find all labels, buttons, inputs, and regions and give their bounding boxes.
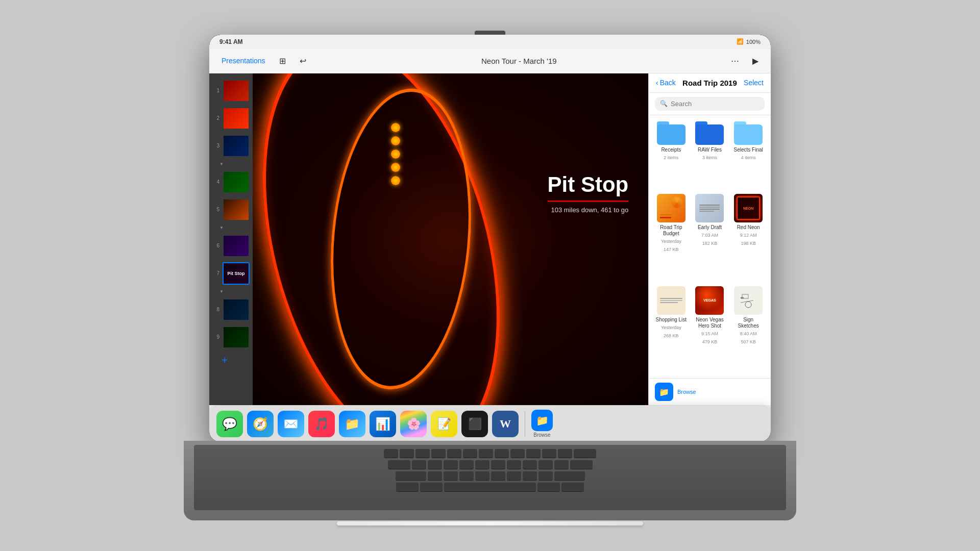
file-shopping-list[interactable]: Shopping List Yesterday 268 KB (655, 286, 688, 372)
key[interactable] (554, 471, 585, 481)
key[interactable] (523, 471, 537, 481)
battery-text: 100% (746, 39, 761, 45)
browse-label[interactable]: Browse (677, 389, 696, 395)
play-icon[interactable]: ▶ (748, 54, 763, 68)
main-slide-canvas[interactable]: Pit Stop 103 miles down, 461 to go (253, 73, 648, 405)
bulb-4 (391, 163, 400, 172)
word-app-icon[interactable]: W (492, 411, 519, 437)
file-thumbnail: VEGAS (695, 286, 724, 315)
key[interactable] (538, 471, 553, 481)
keynote-icon-symbol: 📊 (375, 417, 390, 431)
key[interactable] (396, 471, 426, 481)
key[interactable] (400, 449, 414, 458)
key[interactable] (388, 460, 410, 469)
mail-app-icon[interactable]: ✉️ (278, 411, 304, 437)
key[interactable] (491, 471, 505, 481)
key[interactable] (479, 449, 493, 458)
key[interactable] (444, 471, 458, 481)
thumb-preview (224, 199, 249, 220)
files-back-button[interactable]: ‹ Back (656, 79, 676, 87)
keynote-app-icon[interactable]: 📊 (370, 411, 396, 437)
safari-icon-symbol: 🧭 (253, 417, 268, 431)
more-options-icon[interactable]: ⋯ (728, 54, 742, 68)
search-input[interactable] (671, 100, 760, 108)
slide-thumbnail (223, 326, 250, 348)
key[interactable] (428, 460, 442, 469)
key[interactable] (384, 449, 398, 458)
slide-red-divider (548, 201, 629, 202)
key[interactable] (558, 449, 572, 458)
key[interactable] (396, 483, 419, 492)
messages-icon-symbol: 💬 (222, 417, 237, 431)
slide-item-1[interactable]: 1 (209, 78, 253, 104)
slide-item-8[interactable]: 8 (209, 296, 253, 323)
file-thumbnail (695, 194, 724, 222)
space-key[interactable] (444, 483, 536, 492)
key[interactable] (475, 471, 489, 481)
files-app-icon[interactable]: 📁 (339, 411, 365, 437)
key[interactable] (447, 449, 461, 458)
undo-icon[interactable]: ↩ (296, 54, 310, 68)
key[interactable] (463, 449, 477, 458)
key[interactable] (554, 460, 569, 469)
section-marker: ▼ (209, 224, 253, 232)
files-grid: Receipts 2 items RAW Files 3 items (649, 115, 771, 378)
key[interactable] (538, 460, 553, 469)
key[interactable] (537, 483, 560, 492)
key[interactable] (444, 460, 458, 469)
add-slide-button[interactable]: + (209, 352, 240, 369)
dock-browse-item[interactable]: 📁 Browse (531, 410, 553, 438)
slide-item-9[interactable]: 9 (209, 324, 253, 350)
key[interactable] (420, 483, 443, 492)
files-panel-title: Road Trip 2019 (680, 79, 740, 87)
key[interactable] (510, 449, 525, 458)
files-select-button[interactable]: Select (744, 79, 764, 87)
folder-count: 2 items (664, 155, 678, 161)
file-early-draft[interactable]: Early Draft 7:03 AM 182 KB (694, 194, 726, 280)
key[interactable] (574, 449, 596, 458)
key[interactable] (523, 460, 537, 469)
file-road-trip-budget[interactable]: Road Trip Budget Yesterday 147 KB (655, 194, 688, 280)
key[interactable] (542, 449, 556, 458)
key[interactable] (526, 449, 541, 458)
folder-raw-files[interactable]: RAW Files 3 items (694, 121, 726, 188)
file-date: Yesterday (661, 325, 681, 331)
key[interactable] (412, 460, 426, 469)
messages-app-icon[interactable]: 💬 (216, 411, 243, 437)
presentations-button[interactable]: Presentations (217, 55, 270, 67)
key[interactable] (507, 460, 521, 469)
file-size: 198 KB (741, 241, 756, 247)
slide-item-2[interactable]: 2 (209, 105, 253, 132)
slide-item-7[interactable]: 7 Pit Stop (209, 260, 253, 287)
file-sign-sketches[interactable]: ✏ Sign Sketches 8:40 AM 507 KB (732, 286, 765, 372)
grid-view-icon[interactable]: ⊞ (276, 54, 290, 68)
key[interactable] (507, 471, 521, 481)
folder-receipts[interactable]: Receipts 2 items (655, 121, 688, 188)
slide-item-3[interactable]: 3 (209, 133, 253, 159)
key[interactable] (491, 460, 505, 469)
file-date: 8:40 AM (740, 331, 757, 337)
sketches-svg: ✏ (738, 290, 758, 311)
slide-thumbnail (223, 135, 250, 157)
dark-app-icon[interactable]: ⬛ (461, 411, 488, 437)
key[interactable] (459, 460, 474, 469)
file-neon-vegas-hero-shot[interactable]: VEGAS Neon Vegas Hero Shot 9:15 AM 479 K… (694, 286, 726, 372)
key[interactable] (475, 460, 489, 469)
notes-app-icon[interactable]: 📝 (431, 411, 457, 437)
file-red-neon[interactable]: NEON Red Neon 9:12 AM 198 KB (732, 194, 765, 280)
photos-app-icon[interactable]: 🌸 (400, 411, 427, 437)
slide-item-5[interactable]: 5 (209, 196, 253, 223)
slide-item-4[interactable]: 4 (209, 169, 253, 195)
key[interactable] (431, 449, 446, 458)
music-app-icon[interactable]: 🎵 (308, 411, 335, 437)
key[interactable] (428, 471, 442, 481)
key[interactable] (495, 449, 509, 458)
slide-item-6[interactable]: 6 (209, 233, 253, 259)
key[interactable] (415, 449, 430, 458)
safari-app-icon[interactable]: 🧭 (247, 411, 274, 437)
slide-number: 9 (212, 334, 219, 340)
key[interactable] (570, 460, 593, 469)
key[interactable] (561, 483, 584, 492)
key[interactable] (459, 471, 474, 481)
folder-selects-final[interactable]: Selects Final 4 items (732, 121, 765, 188)
